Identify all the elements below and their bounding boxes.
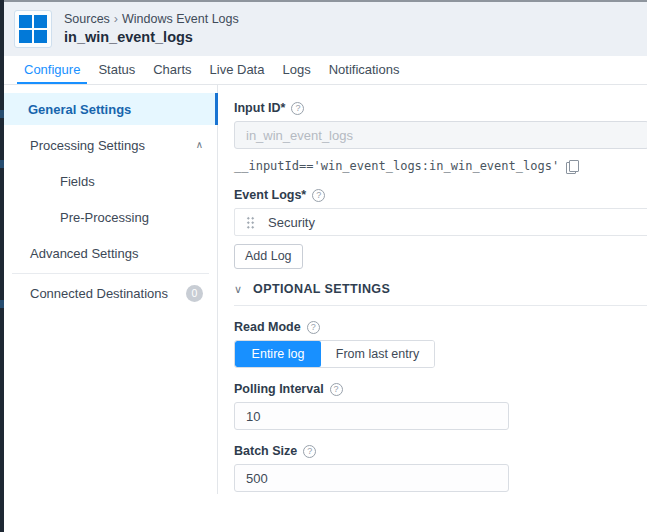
batch-size-field[interactable] [234,464,509,492]
tab-charts[interactable]: Charts [144,56,200,84]
sidebar-item-label: General Settings [28,102,131,117]
event-logs-label-text: Event Logs* [234,188,306,202]
page-title: in_win_event_logs [64,28,239,46]
event-logs-label: Event Logs* ? [234,186,647,204]
polling-interval-field[interactable] [234,402,509,430]
sidebar-item-label: Pre-Processing [60,210,149,225]
read-mode-option-from-last-entry[interactable]: From last entry [321,341,434,367]
tab-configure[interactable]: Configure [15,56,89,84]
source-config-panel: Sources›Windows Event Logs in_win_event_… [4,0,647,532]
read-mode-label: Read Mode ? [234,318,647,336]
sidebar-item-label: Fields [60,174,95,189]
input-id-label: Input ID* ? [234,99,647,117]
windows-logo-square [19,15,32,28]
sidebar-item-general-settings[interactable]: General Settings [4,93,217,125]
section-divider [234,305,647,306]
windows-logo-square [34,15,47,28]
help-icon[interactable]: ? [291,102,304,115]
screen: Sources›Windows Event Logs in_win_event_… [0,0,647,532]
optional-settings-title: OPTIONAL SETTINGS [253,282,390,296]
batch-size-label: Batch Size ? [234,442,647,460]
polling-interval-label: Polling Interval ? [234,380,647,398]
general-settings-form: Input ID* ? __inputId=='win_event_logs:i… [218,85,647,494]
sidebar-item-processing-settings[interactable]: Processing Settings ∧ [4,129,217,161]
input-id-label-text: Input ID* [234,101,285,115]
tab-status[interactable]: Status [89,56,144,84]
sidebar-item-connected-destinations[interactable]: Connected Destinations 0 [4,277,217,309]
sidebar-item-label: Connected Destinations [30,286,168,301]
settings-sidebar: General Settings Processing Settings ∧ F… [4,85,218,494]
tab-logs[interactable]: Logs [273,56,319,84]
read-mode-label-text: Read Mode [234,320,301,334]
event-log-entry[interactable]: Security [268,215,315,230]
add-log-button[interactable]: Add Log [234,244,303,269]
active-item-indicator [215,93,218,125]
tab-bar: Configure Status Charts Live Data Logs N… [4,56,647,85]
drag-handle-icon[interactable] [246,215,255,230]
sidebar-item-fields[interactable]: Fields [4,165,217,197]
tab-live-data[interactable]: Live Data [201,56,274,84]
breadcrumb-separator: › [114,12,118,26]
help-icon[interactable]: ? [312,189,325,202]
breadcrumb-windows-event-logs[interactable]: Windows Event Logs [122,12,239,26]
batch-size-label-text: Batch Size [234,444,297,458]
header-text: Sources›Windows Event Logs in_win_event_… [64,12,239,46]
breadcrumb-sources[interactable]: Sources [64,12,110,26]
sidebar-item-label: Advanced Settings [30,246,138,261]
windows-logo-icon [14,10,52,48]
sidebar-divider [12,273,209,274]
panel-header: Sources›Windows Event Logs in_win_event_… [4,2,647,56]
optional-settings-header[interactable]: ∨ OPTIONAL SETTINGS [234,280,647,298]
tab-notifications[interactable]: Notifications [320,56,409,84]
input-id-field[interactable] [234,121,647,149]
sidebar-item-pre-processing[interactable]: Pre-Processing [4,201,217,233]
windows-logo-square [34,30,47,43]
chevron-up-icon[interactable]: ∧ [196,140,203,150]
help-icon[interactable]: ? [307,321,320,334]
breadcrumb: Sources›Windows Event Logs [64,12,239,27]
help-icon[interactable]: ? [303,445,316,458]
read-mode-option-entire-log[interactable]: Entire log [235,341,321,367]
copy-icon[interactable] [566,160,577,173]
input-id-expression: __inputId=='win_event_logs:in_win_event_… [234,159,559,173]
event-log-row: Security [234,208,647,236]
input-id-expression-row: __inputId=='win_event_logs:in_win_event_… [234,156,647,176]
count-badge: 0 [186,285,203,302]
read-mode-toggle: Entire log From last entry [234,340,435,368]
polling-interval-label-text: Polling Interval [234,382,324,396]
panel-body: General Settings Processing Settings ∧ F… [4,85,647,494]
windows-logo-square [19,30,32,43]
sidebar-item-advanced-settings[interactable]: Advanced Settings [4,237,217,269]
chevron-down-icon: ∨ [234,283,242,296]
sidebar-item-label: Processing Settings [30,138,145,153]
help-icon[interactable]: ? [330,383,343,396]
